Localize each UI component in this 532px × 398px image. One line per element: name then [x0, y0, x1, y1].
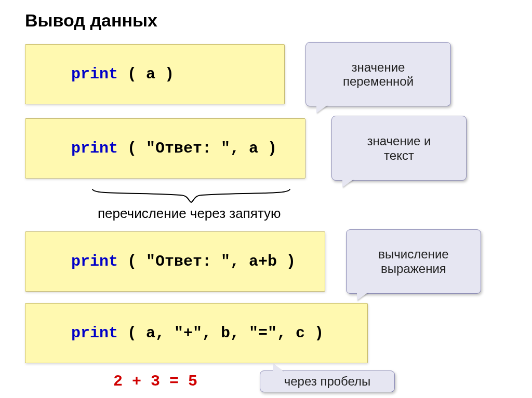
annotation-enumeration: перечисление через запятую — [98, 205, 507, 222]
callout-tail-icon — [357, 292, 368, 300]
code-args: ( "Ответ: ", a ) — [118, 140, 277, 157]
callout-text: через пробелы — [284, 374, 371, 388]
callout-spaces: через пробелы — [260, 370, 395, 392]
output-1: 2 + 3 = 5 — [113, 373, 197, 390]
callout-text: вычисление выражения — [378, 247, 448, 276]
code-line-4: print ( a, "+", b, "=", c ) — [25, 303, 368, 363]
keyword-print: print — [71, 253, 118, 270]
keyword-print: print — [71, 140, 118, 157]
code-args: ( a, "+", b, "=", c ) — [118, 324, 324, 342]
code-args: ( a ) — [118, 65, 174, 83]
callout-tail-icon — [342, 179, 354, 187]
page-title: Вывод данных — [25, 10, 507, 31]
callout-text: значение и текст — [367, 134, 431, 162]
keyword-print: print — [71, 65, 118, 83]
callout-var-value: значение переменной — [305, 42, 451, 106]
code-args: ( "Ответ: ", a+b ) — [118, 253, 296, 270]
code-line-3: print ( "Ответ: ", a+b ) — [25, 231, 325, 292]
callout-calc-expr: вычисление выражения — [346, 229, 481, 294]
callout-value-text: значение и текст — [331, 116, 467, 180]
callout-tail-icon — [273, 364, 284, 372]
callout-text: значение переменной — [343, 60, 414, 89]
callout-tail-icon — [316, 105, 328, 113]
code-line-2: print ( "Ответ: ", a ) — [25, 118, 305, 179]
keyword-print: print — [71, 324, 118, 342]
brace-icon — [87, 188, 295, 204]
code-line-1: print ( a ) — [25, 44, 285, 104]
